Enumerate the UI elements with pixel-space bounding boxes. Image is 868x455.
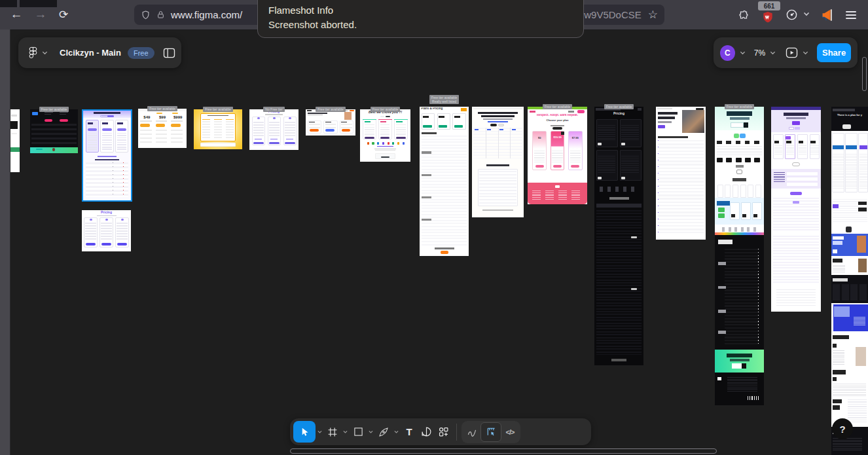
chevron-down-icon[interactable] [368,429,374,435]
frame-block [558,191,567,200]
frame-block [786,117,806,119]
frame-yellow-gradient[interactable] [194,109,242,149]
frame-dark-comparison[interactable] [30,109,78,153]
megaphone-extension-icon[interactable] [818,7,835,24]
comment-tool-button[interactable] [418,421,435,443]
frame-block [396,137,406,139]
frame-block [598,125,615,141]
frame-teal-green-tall[interactable] [715,107,764,405]
move-tool-button[interactable] [293,421,316,443]
frame-plans-pricing-tall[interactable]: Plans & Pricing [420,107,469,256]
plan-badge[interactable]: Free [128,47,154,59]
frame-block [11,115,16,117]
chevron-down-icon[interactable] [342,429,348,435]
frame-block [117,243,127,246]
frame-block [570,151,581,163]
frame-block [718,286,726,289]
frame-pricing-three-mini[interactable]: Pricing [82,210,131,251]
frame-script-cards[interactable]: Best we chose you ?! [360,109,410,162]
extensions-puzzle-icon[interactable] [736,7,751,23]
chevron-down-icon[interactable] [393,429,399,435]
text-tool-button[interactable]: T [401,421,418,443]
frame-block [140,124,150,127]
shield-icon[interactable] [141,10,151,20]
frame-tool-button[interactable] [324,421,341,443]
chevron-down-icon[interactable] [769,49,776,56]
frame-block [786,136,791,139]
frame-block [736,141,741,144]
frame-person-page[interactable] [656,107,706,240]
frame-name-label-text: Free tier available [203,107,233,112]
back-button[interactable]: ← [7,5,26,24]
frame-block [10,147,20,153]
frame-yellow-buttons[interactable]: $49$99$999 [138,109,187,148]
menu-hamburger-icon[interactable] [846,9,856,21]
frame-name-label[interactable]: Free tier available [695,99,784,111]
frame-block [833,265,845,274]
frame-block [60,119,67,122]
chevron-down-icon[interactable] [802,49,809,56]
present-icon[interactable] [786,47,798,58]
share-button[interactable]: Share [817,43,851,62]
help-button[interactable]: ? [832,418,853,439]
frame-block [842,124,851,129]
pen-tool-button[interactable] [375,421,392,443]
frame-block [117,133,127,150]
frame-block [792,162,800,166]
frame-block: $7.99 [568,137,583,141]
frame-block [532,191,541,200]
frame-block [386,116,391,117]
dev-mode-toggle[interactable] [480,422,501,442]
gauge-extension-icon[interactable] [784,7,799,22]
frame-name-label[interactable]: Free tier available [575,99,663,111]
figma-logo-icon[interactable] [29,46,37,59]
frame-block [810,141,816,143]
frame-block [732,185,738,198]
zoom-level[interactable]: 7% [754,48,765,58]
frame-block [833,438,862,450]
frame-name-label[interactable]: Free tier available Really well listed [400,94,488,105]
chevron-down-icon[interactable] [41,49,48,56]
file-title[interactable]: Clcikzyn - Main [60,48,121,58]
horizontal-scrollbar[interactable] [290,448,717,454]
flameshot-notification[interactable]: Flameshot Info Screenshot aborted. [257,0,584,38]
draw-annotate-button[interactable] [463,421,480,443]
frame-block [512,129,516,130]
frame-block [799,145,806,156]
frame-block [621,156,639,174]
frame-block [36,149,43,151]
reload-button[interactable]: ⟳ [54,5,73,24]
frame-dark-pricing-tall[interactable]: Pricing [594,107,643,365]
code-view-button[interactable]: </> [501,421,518,443]
frame-selected-pricing[interactable] [82,109,132,202]
frame-landscape-orange[interactable] [306,109,355,136]
chevron-down-icon[interactable] [803,10,810,18]
actions-tool-button[interactable] [435,421,452,443]
vertical-scrollbar[interactable] [862,57,867,91]
sidebar-toggle-icon[interactable] [163,48,175,58]
frame-name-label[interactable]: Free tier available [10,101,98,113]
frame-block [60,114,66,115]
canvas[interactable]: Free tier availablePricingFree tier avai… [0,29,868,455]
forward-button[interactable]: → [31,5,50,24]
screen: { "browser": { "url_prefix": "www.figma.… [0,0,868,455]
frame-block [731,122,744,128]
avatar[interactable]: C [720,45,735,61]
frame-partial-left[interactable] [10,109,20,172]
chevron-down-icon[interactable] [317,429,323,435]
frame-block [787,177,818,181]
chevron-down-icon[interactable] [739,49,746,56]
frame-block [555,185,560,188]
frame-block [833,335,849,339]
adblock-shield-icon[interactable] [761,10,775,24]
frame-block [568,111,574,113]
frame-french-pricing[interactable] [472,107,524,217]
lock-icon[interactable] [156,10,165,20]
bookmark-star-icon[interactable]: ☆ [648,8,658,22]
frame-purple-top-tall[interactable] [771,107,821,312]
frame-right-edge-tall[interactable]: There is a plan for y [831,107,868,455]
frame-pricing-purple-cards[interactable]: Pricing [249,109,298,150]
frame-block [856,347,866,366]
shape-tool-button[interactable] [350,421,367,443]
frame-bark-pink[interactable]: Respect. Adopt. Bark Repeat.Choose your … [528,107,587,204]
